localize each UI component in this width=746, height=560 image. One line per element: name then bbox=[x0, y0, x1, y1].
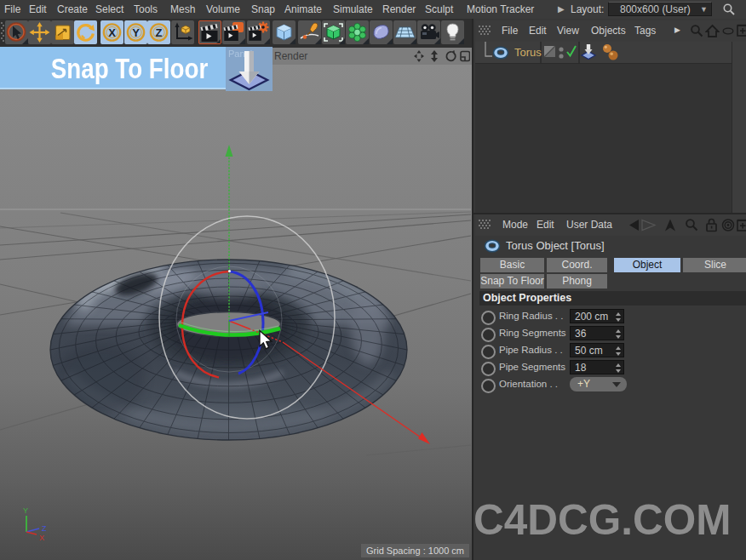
svg-text:Y: Y bbox=[132, 26, 140, 39]
svg-text:Z: Z bbox=[42, 524, 47, 533]
svg-text:X: X bbox=[108, 26, 116, 39]
svg-text:Z: Z bbox=[156, 26, 163, 39]
svg-text:X: X bbox=[39, 534, 44, 542]
svg-text:Y: Y bbox=[23, 506, 28, 515]
